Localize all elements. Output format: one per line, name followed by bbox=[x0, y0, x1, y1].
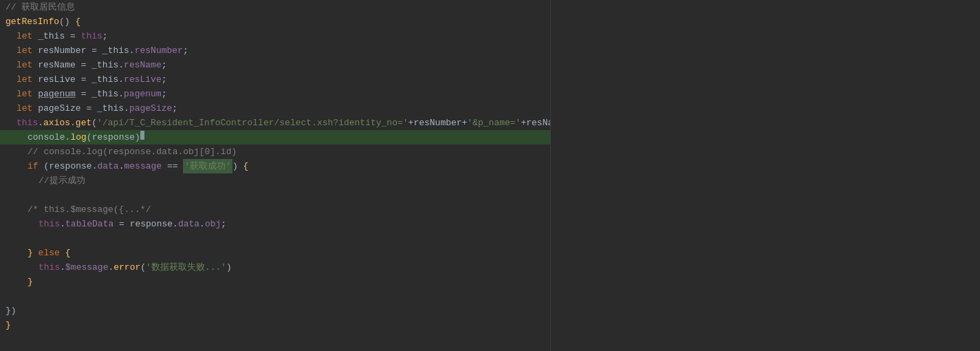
punc: ( bbox=[91, 116, 97, 130]
bracket: } bbox=[28, 275, 33, 289]
punc: ( bbox=[140, 260, 146, 275]
code-line bbox=[0, 188, 550, 202]
string-highlight: '获取成功' bbox=[183, 159, 232, 173]
left-pane: // 获取居民信息 getResInfo() { let _this = thi… bbox=[0, 0, 550, 351]
punc: }) bbox=[6, 304, 17, 318]
code-line bbox=[0, 231, 550, 246]
var: response bbox=[92, 130, 135, 145]
code-line: }) bbox=[0, 304, 550, 318]
code-line: /* this.$message({...*/ bbox=[0, 202, 550, 217]
dot: . bbox=[108, 260, 113, 275]
dot: . bbox=[60, 260, 65, 275]
bracket: { bbox=[65, 246, 71, 260]
keyword: if bbox=[28, 159, 43, 173]
dot: . bbox=[129, 43, 135, 58]
bracket: } bbox=[6, 318, 11, 332]
prop: tableData bbox=[65, 217, 113, 231]
punc: + bbox=[521, 116, 526, 130]
var: _this bbox=[102, 43, 129, 58]
punc: = bbox=[76, 87, 91, 101]
keyword: let bbox=[17, 58, 38, 72]
bracket: } bbox=[28, 246, 39, 260]
code-line: if (response.data.message == '获取成功') { bbox=[0, 159, 550, 173]
var: resNumber bbox=[413, 116, 461, 130]
punc: ; bbox=[172, 101, 177, 116]
punc: () bbox=[59, 14, 75, 29]
code-line bbox=[0, 289, 550, 304]
prop: obj bbox=[205, 217, 221, 231]
dot: . bbox=[199, 217, 205, 231]
code-line: //提示成功 bbox=[0, 173, 550, 188]
dot: . bbox=[60, 217, 65, 231]
axios: axios bbox=[43, 116, 70, 130]
code-line: let pageSize = _this.pageSize; bbox=[0, 101, 550, 116]
punc: ; bbox=[221, 217, 226, 231]
prop: message bbox=[124, 159, 162, 173]
punc: ; bbox=[183, 43, 188, 58]
var: response bbox=[130, 217, 173, 231]
code-line: let pagenum = _this.pagenum; bbox=[0, 87, 550, 101]
dot: . bbox=[118, 58, 124, 72]
code-line: let resNumber = _this.resNumber; bbox=[0, 43, 550, 58]
code-line: let resName = _this.resName; bbox=[0, 58, 550, 72]
comment: //提示成功 bbox=[39, 173, 85, 188]
keyword: let bbox=[17, 101, 38, 116]
dot: . bbox=[118, 87, 124, 101]
var: _this bbox=[97, 101, 124, 116]
string: '/api/T_C_Resident_InfoController/select… bbox=[97, 116, 408, 130]
dot: . bbox=[92, 159, 98, 173]
dot: . bbox=[38, 116, 43, 130]
var: _this bbox=[38, 29, 70, 43]
prop: data bbox=[178, 217, 199, 231]
punc: ) bbox=[226, 260, 232, 275]
code-line: this.tableData = response.data.obj; bbox=[0, 217, 550, 231]
punc: ; bbox=[162, 72, 167, 87]
method: log bbox=[70, 130, 86, 145]
code-line: } bbox=[0, 318, 550, 332]
punc: ; bbox=[102, 29, 108, 43]
code-area: // 获取居民信息 getResInfo() { let _this = thi… bbox=[0, 0, 550, 332]
string: '数据获取失败...' bbox=[146, 260, 226, 275]
code-line: this.axios.get('/api/T_C_Resident_InfoCo… bbox=[0, 116, 550, 130]
method: get bbox=[76, 116, 91, 130]
prop: data bbox=[97, 159, 118, 173]
code-line: let resLive = _this.resLive; bbox=[0, 72, 550, 87]
var: _this bbox=[91, 58, 118, 72]
dot: . bbox=[70, 116, 76, 130]
punc: ( bbox=[87, 130, 92, 145]
this-kw: this bbox=[39, 217, 60, 231]
var: resLive bbox=[38, 72, 80, 87]
var: _this bbox=[91, 72, 118, 87]
string: '&p_name=' bbox=[467, 116, 521, 130]
this-kw: this bbox=[17, 116, 38, 130]
punc: = bbox=[70, 29, 81, 43]
keyword: let bbox=[17, 72, 38, 87]
keyword: else bbox=[39, 246, 65, 260]
code-line: // console.log(response.data.obj[0].id) bbox=[0, 145, 550, 159]
keyword: let bbox=[17, 87, 38, 101]
prop: pagenum bbox=[124, 87, 162, 101]
code-line: console.log(response) bbox=[0, 130, 550, 145]
code-line: // 获取居民信息 bbox=[0, 0, 550, 14]
code-line: this.$message.error('数据获取失败...') bbox=[0, 260, 550, 275]
var: resName bbox=[526, 116, 550, 130]
editor-container: // 获取居民信息 getResInfo() { let _this = thi… bbox=[0, 0, 980, 351]
punc: ) bbox=[232, 159, 243, 173]
dot: . bbox=[173, 217, 178, 231]
var: _this bbox=[91, 87, 118, 101]
prop: resLive bbox=[124, 72, 162, 87]
code-line: let _this = this; bbox=[0, 29, 550, 43]
code-line: getResInfo() { bbox=[0, 14, 550, 29]
prop: resName bbox=[124, 58, 162, 72]
comment: // console.log(response.data.obj[0].id) bbox=[28, 145, 237, 159]
var: pageSize bbox=[38, 101, 86, 116]
var: resName bbox=[38, 58, 80, 72]
punc: = bbox=[113, 217, 129, 231]
punc: ; bbox=[162, 58, 167, 72]
punc: ) bbox=[135, 130, 140, 145]
var: resNumber bbox=[38, 43, 91, 58]
dot: . bbox=[119, 159, 124, 173]
function-name: getResInfo bbox=[6, 14, 59, 29]
right-pane bbox=[550, 0, 980, 351]
keyword: let bbox=[17, 29, 38, 43]
